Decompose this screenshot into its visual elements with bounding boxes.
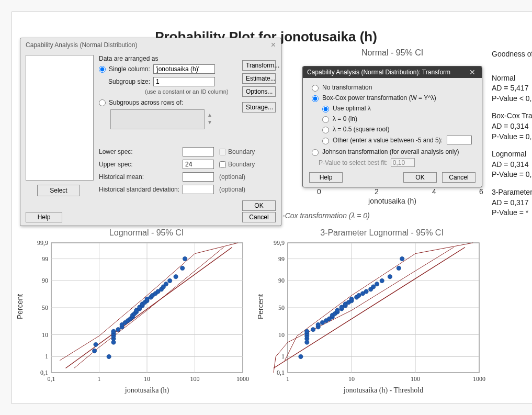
hist-mean-label: Historical mean: xyxy=(99,173,183,181)
svg-text:90: 90 xyxy=(278,277,285,284)
hist-sd-optional: (optional) xyxy=(219,186,245,193)
gof-normal-name: Normal xyxy=(492,73,532,84)
single-column-input[interactable] xyxy=(153,64,215,74)
variable-listbox[interactable] xyxy=(26,55,94,181)
dialog-title: Capability Analysis (Normal Distribution… xyxy=(307,69,450,76)
capability-dialog: Capability Analysis (Normal Distribution… xyxy=(20,38,281,226)
dialog-titlebar: Capability Analysis (Normal Distribution… xyxy=(20,38,281,52)
lower-boundary-checkbox[interactable]: Boundary xyxy=(219,148,255,155)
pval-label: P-Value to select best fit: xyxy=(319,159,388,166)
svg-point-121 xyxy=(397,266,401,270)
svg-point-94 xyxy=(311,327,315,331)
svg-text:99,9: 99,9 xyxy=(37,240,48,246)
x-tick: 2 xyxy=(361,187,392,196)
estimate-button[interactable]: Estimate... xyxy=(242,73,276,84)
chart-3par-title: 3-Parameter Lognormal - 95% CI xyxy=(282,228,481,238)
svg-text:jonotusaika (h): jonotusaika (h) xyxy=(124,386,169,395)
hist-sd-label: Historical standard deviation: xyxy=(99,186,183,193)
svg-point-122 xyxy=(400,256,404,261)
svg-point-61 xyxy=(180,266,185,270)
transform-button[interactable]: Transform... xyxy=(242,60,276,71)
lambda-other-radio[interactable]: Other (enter a value between -5 and 5): xyxy=(320,136,476,144)
lambda-sqrt-radio[interactable]: λ = 0.5 (square root) xyxy=(320,125,476,133)
svg-point-88 xyxy=(299,354,303,358)
svg-text:0,1: 0,1 xyxy=(277,369,285,376)
svg-text:1: 1 xyxy=(286,375,289,383)
close-icon[interactable]: ✕ xyxy=(467,68,478,76)
upper-spec-input[interactable] xyxy=(183,160,214,169)
svg-point-60 xyxy=(174,274,178,278)
ok-button[interactable]: OK xyxy=(242,200,276,211)
x-tick: 0 xyxy=(303,187,335,196)
svg-text:99,9: 99,9 xyxy=(274,240,285,246)
svg-point-59 xyxy=(167,278,172,283)
svg-point-118 xyxy=(375,282,379,286)
dialog-titlebar: Capability Analysis (Normal Distribution… xyxy=(303,66,482,78)
svg-text:10: 10 xyxy=(278,331,285,339)
svg-text:1: 1 xyxy=(98,375,101,383)
list-down-icon[interactable]: ▼ xyxy=(207,119,213,127)
subgroups-rows-list[interactable] xyxy=(110,109,205,129)
options-button[interactable]: Options... xyxy=(242,86,276,97)
svg-text:1000: 1000 xyxy=(236,375,249,383)
svg-point-115 xyxy=(364,289,368,294)
single-column-radio[interactable]: Single column: xyxy=(99,65,150,73)
svg-text:99: 99 xyxy=(42,255,48,263)
gof-normal-p: P-Value < 0,00 xyxy=(492,94,532,104)
boxcox-radio[interactable]: Box-Cox power transformation (W = Y^λ) xyxy=(309,94,476,102)
upper-spec-label: Upper spec: xyxy=(99,161,183,168)
hist-mean-optional: (optional) xyxy=(219,173,245,181)
svg-text:100: 100 xyxy=(190,375,200,383)
upper-boundary-checkbox[interactable]: Boundary xyxy=(219,161,255,168)
chartA-ylabel: Percent xyxy=(16,294,24,319)
ok-button[interactable]: OK xyxy=(403,172,437,183)
hist-mean-input[interactable] xyxy=(183,172,214,182)
lambda-ln-radio[interactable]: λ = 0 (ln) xyxy=(320,115,476,123)
cancel-button[interactable]: Cancel xyxy=(242,212,276,222)
svg-text:1: 1 xyxy=(45,353,48,360)
johnson-radio[interactable]: Johnson transformation (for overall anal… xyxy=(309,148,476,156)
svg-point-62 xyxy=(183,256,187,261)
svg-point-34 xyxy=(116,327,120,331)
subgroup-label: Subgroup size: xyxy=(108,78,153,85)
gof-threepar-name: 3-Parameter L xyxy=(492,187,532,198)
help-button[interactable]: Help xyxy=(26,212,62,222)
gof-lognormal-ad: AD = 0,314 xyxy=(492,160,532,170)
storage-button[interactable]: Storage... xyxy=(242,102,276,113)
hist-sd-input[interactable] xyxy=(183,185,214,194)
gof-normal-ad: AD = 5,417 xyxy=(492,83,532,94)
gof-boxcox-p: P-Value = 0,53 xyxy=(492,132,532,142)
svg-point-113 xyxy=(357,293,361,297)
list-up-icon[interactable]: ▲ xyxy=(207,112,213,119)
subgroups-rows-radio[interactable]: Subgroups across rows of: xyxy=(99,99,183,106)
chart-lognormal-title: Lognormal - 95% CI xyxy=(47,228,246,238)
lower-spec-label: Lower spec: xyxy=(99,148,183,155)
svg-text:100: 100 xyxy=(411,375,420,383)
help-button[interactable]: Help xyxy=(309,172,343,183)
close-icon[interactable]: × xyxy=(271,40,276,50)
svg-text:10: 10 xyxy=(42,331,48,339)
svg-point-93 xyxy=(305,329,309,333)
gof-threepar-p: P-Value = * xyxy=(492,208,532,218)
subgroup-input[interactable] xyxy=(153,77,215,86)
svg-point-104 xyxy=(335,308,339,312)
gof-lognormal-name: Lognormal xyxy=(492,149,532,160)
chart-lognormal: 0,111010010000,111050909999,9jonotusaika… xyxy=(25,240,250,397)
cancel-button[interactable]: Cancel xyxy=(442,172,476,183)
single-column-label: Single column: xyxy=(109,65,150,73)
no-transform-radio[interactable]: No transformation xyxy=(309,83,476,92)
svg-text:10: 10 xyxy=(144,375,150,383)
select-button[interactable]: Select xyxy=(37,185,80,196)
lower-spec-input[interactable] xyxy=(183,147,214,156)
lambda-other-input[interactable] xyxy=(447,136,472,144)
gof-boxcox-name: Box-Cox Tran xyxy=(492,111,532,121)
gof-lognormal-p: P-Value = 0,53 xyxy=(492,170,532,180)
svg-text:50: 50 xyxy=(42,304,48,311)
goodness-header: Goodness of xyxy=(492,49,532,60)
transform-dialog: Capability Analysis (Normal Distribution… xyxy=(302,66,482,187)
svg-text:1: 1 xyxy=(281,353,285,360)
svg-text:50: 50 xyxy=(278,304,285,311)
pval-input xyxy=(391,158,415,167)
svg-point-111 xyxy=(349,297,354,301)
use-optimal-radio[interactable]: Use optimal λ xyxy=(320,104,476,113)
